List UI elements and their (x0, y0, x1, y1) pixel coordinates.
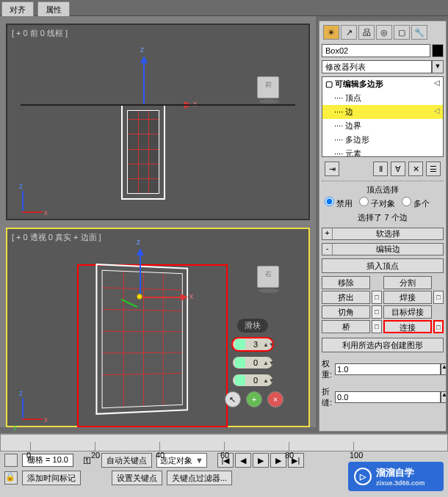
connect-settings-icon[interactable]: □ (433, 320, 444, 333)
chamfer-settings-icon[interactable]: □ (372, 305, 382, 319)
radio-multiple[interactable]: 多个 (402, 199, 430, 208)
viewcube-front[interactable]: 前 (257, 76, 279, 98)
connect-button[interactable]: 连接 (383, 320, 432, 333)
collapse-icon[interactable]: - (322, 244, 333, 255)
axis-x-icon (140, 297, 187, 298)
weight-label: 权重: (322, 357, 332, 382)
command-panel: ☀ ↗ 品 ◎ ▢ 🔧 ▼ ▢ 可编辑多边形◁ ···· 顶点 ···· 边◁ … (319, 21, 447, 432)
tab-align[interactable]: 对齐 (1, 1, 34, 17)
spinner-3[interactable]: 0▲▼ (232, 374, 273, 387)
stack-border[interactable]: ···· 边界 (322, 119, 443, 133)
utilities-tab-icon[interactable]: 🔧 (411, 25, 427, 40)
viewport-front[interactable]: [ + 0 前 0 线框 ] z x 前 z x (6, 23, 310, 220)
stack-edge[interactable]: ···· 边◁ (322, 105, 443, 119)
tab-props[interactable]: 属性 (37, 1, 70, 17)
prev-key-icon[interactable] (4, 454, 18, 467)
gizmo-origin-icon (137, 294, 142, 300)
bridge-settings-icon[interactable]: □ (372, 320, 382, 333)
pin-stack-icon[interactable]: ⇥ (325, 162, 339, 176)
object-color-swatch[interactable] (432, 44, 444, 57)
stack-polygon[interactable]: ···· 多边形 (322, 133, 443, 147)
cancel-button[interactable]: × (267, 391, 283, 407)
weld-button[interactable]: 焊接 (383, 291, 432, 304)
modifier-list-select[interactable] (322, 60, 432, 73)
add-button[interactable]: + (246, 391, 262, 407)
play-icon[interactable]: ▶ (253, 453, 269, 468)
auto-key-button[interactable]: 自动关键点 (101, 453, 152, 468)
rollout-soft-selection[interactable]: + 软选择 (322, 228, 444, 240)
prev-frame-icon[interactable]: ◀ (235, 453, 251, 468)
lock-icon[interactable]: 🔒 (4, 471, 18, 485)
extrude-button[interactable]: 挤出 (322, 291, 370, 304)
insert-vertex-button[interactable]: 插入顶点 (322, 258, 444, 273)
modify-tab-icon[interactable]: ↗ (341, 25, 357, 40)
stack-vertex[interactable]: ···· 顶点 (322, 91, 443, 105)
weight-spinner[interactable]: ▲▼ (335, 363, 447, 375)
spinner-2[interactable]: 0▲▼ (232, 356, 273, 369)
selection-header: 顶点选择 (322, 184, 444, 195)
modifier-stack[interactable]: ▢ 可编辑多边形◁ ···· 顶点 ···· 边◁ ···· 边界 ···· 多… (322, 76, 444, 157)
radio-disable[interactable]: 禁用 (325, 199, 353, 208)
bridge-button[interactable]: 桥 (322, 320, 370, 333)
viewcube-persp[interactable]: 右 (257, 266, 279, 288)
stack-root[interactable]: ▢ 可编辑多边形◁ (322, 77, 443, 91)
remove-modifier-icon[interactable]: ✕ (408, 162, 423, 176)
viewport-front-label: [ + 0 前 0 线框 ] (12, 28, 68, 39)
model-box-top[interactable] (121, 104, 165, 200)
slider-bubble: 滑块 (237, 319, 268, 333)
display-tab-icon[interactable]: ▢ (394, 25, 410, 40)
motion-tab-icon[interactable]: ◎ (376, 25, 392, 40)
next-frame-icon[interactable]: ▶ (270, 453, 286, 468)
crease-label: 折缝: (322, 385, 332, 410)
axis-z-icon (143, 57, 145, 104)
configure-sets-icon[interactable]: ☰ (426, 162, 441, 176)
eye-icon[interactable]: ◁ (434, 106, 440, 115)
viewport-perspective[interactable]: [ + 0 透视 0 真实 + 边面 ] 右 z x z (6, 228, 310, 427)
radio-subobject[interactable]: 子对象 (359, 199, 395, 208)
key-filters-button[interactable]: 关键点过滤器... (167, 471, 232, 485)
make-unique-icon[interactable]: ∀ (391, 162, 405, 176)
spinner-1[interactable]: 3▲▼ (231, 337, 274, 352)
add-time-tag-button[interactable]: 添加时间标记 (22, 471, 81, 485)
viewport-persp-label: [ + 0 透视 0 真实 + 边面 ] (12, 232, 101, 243)
set-key-button[interactable]: 设置关键点 (112, 471, 162, 485)
cursor-icon[interactable]: ↖ (225, 391, 241, 407)
model-box-persp[interactable] (95, 264, 188, 415)
chevron-down-icon[interactable]: ▼ (432, 60, 444, 73)
rollout-edit-edge[interactable]: - 编辑边 (322, 243, 444, 255)
object-name-input[interactable] (322, 44, 430, 57)
expand-icon[interactable]: + (322, 228, 333, 239)
sun-icon[interactable]: ☀ (323, 25, 339, 40)
show-end-result-icon[interactable]: Ⅱ (373, 162, 388, 176)
weld-settings-icon[interactable]: □ (433, 291, 444, 304)
split-button[interactable]: 分割 (383, 276, 432, 289)
watermark-badge: ▷ 溜溜自学 zixue.3d66.com (348, 462, 444, 491)
axis-z-icon (140, 250, 141, 297)
axis-z-label: z (140, 46, 144, 54)
create-shape-button[interactable]: 利用所选内容创建图形 (322, 338, 444, 352)
stack-element[interactable]: ···· 元素 (322, 147, 443, 157)
eye-icon[interactable]: ◁ (434, 79, 440, 87)
target-weld-button[interactable]: 目标焊接 (383, 305, 432, 319)
remove-button[interactable]: 移除 (322, 276, 370, 289)
extrude-settings-icon[interactable]: □ (372, 291, 382, 304)
time-ruler[interactable]: 0 20 40 60 80 100 (0, 434, 448, 451)
crease-spinner[interactable]: ▲▼ (335, 391, 447, 403)
viewports-area: [ + 0 前 0 线框 ] z x 前 z x [ + 0 透 (0, 16, 316, 427)
selection-info: 选择了 7 个边 (322, 211, 444, 225)
hierarchy-tab-icon[interactable]: 品 (358, 25, 375, 40)
chamfer-button[interactable]: 切角 (322, 305, 370, 319)
play-icon: ▷ (354, 468, 372, 485)
